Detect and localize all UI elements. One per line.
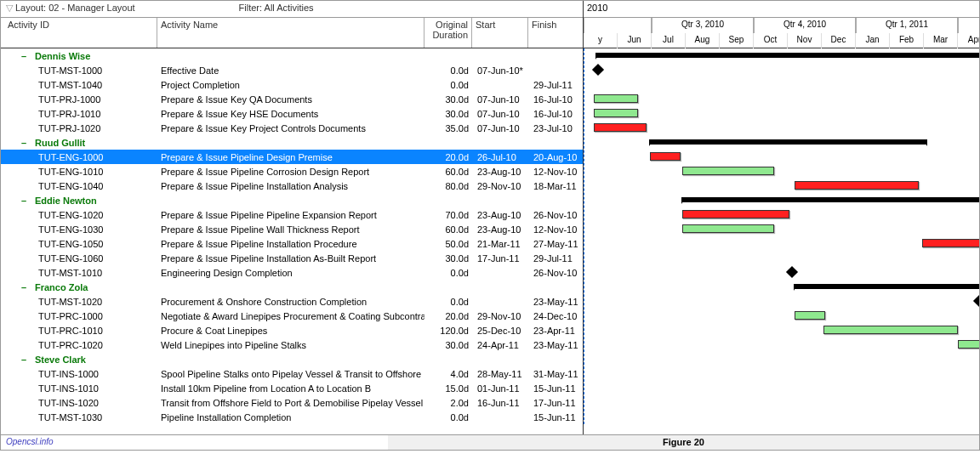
activity-row[interactable]: TUT-ENG-1050Prepare & Issue Pipeline Ins… (1, 236, 583, 251)
gantt-bar[interactable] (594, 123, 647, 132)
quarter-header: Qtr 3, 2010 (652, 18, 754, 33)
activity-row[interactable]: TUT-PRC-1000Negotiate & Award Linepipes … (1, 309, 583, 323)
month-header: Nov (788, 33, 822, 48)
gantt-bar[interactable] (594, 94, 638, 103)
col-header-id[interactable]: Activity ID (1, 18, 157, 48)
month-header: Apr (958, 33, 979, 48)
filter-label: Filter: All Activities (234, 1, 583, 17)
month-header: Oct (754, 33, 788, 48)
activity-row[interactable]: TUT-MST-1030Pipeline Installation Comple… (1, 410, 583, 424)
activity-row[interactable]: TUT-ENG-1040Prepare & Issue Pipeline Ins… (1, 179, 583, 193)
month-header: Jul (652, 33, 686, 48)
group-name: Eddie Newton (35, 196, 97, 206)
col-header-duration[interactable]: Original Duration (424, 18, 472, 48)
activity-row[interactable]: TUT-MST-1020Procurement & Onshore Constr… (1, 294, 583, 309)
summary-bar[interactable] (682, 197, 979, 202)
activity-row[interactable]: TUT-PRJ-1000Prepare & Issue Key QA Docum… (1, 92, 583, 106)
collapse-icon[interactable]: – (21, 282, 30, 292)
gantt-year: 2010 (584, 1, 979, 18)
collapse-icon[interactable]: – (21, 138, 30, 148)
month-header: y (584, 33, 618, 48)
collapse-icon[interactable]: – (21, 354, 30, 365)
gantt-bar[interactable] (682, 210, 789, 218)
group-name: Dennis Wise (35, 51, 90, 61)
activity-row[interactable]: TUT-ENG-1020Prepare & Issue Pipeline Pip… (1, 207, 583, 222)
summary-bar[interactable] (650, 139, 926, 145)
gantt-bar[interactable] (650, 152, 681, 161)
activity-row[interactable]: TUT-ENG-1010Prepare & Issue Pipeline Cor… (1, 164, 583, 179)
col-header-start[interactable]: Start (472, 18, 528, 48)
activity-row[interactable]: TUT-INS-1000Spool Pipeline Stalks onto P… (1, 366, 583, 381)
activity-row[interactable]: TUT-ENG-1030Prepare & Issue Pipeline Wal… (1, 222, 583, 236)
gantt-bar[interactable] (682, 167, 774, 175)
month-header: Jan (856, 33, 890, 48)
activity-row[interactable]: TUT-PRC-1010Procure & Coat Linepipes120.… (1, 323, 583, 337)
group-name: Franco Zola (35, 282, 88, 292)
activity-row[interactable]: TUT-PRJ-1020Prepare & Issue Key Project … (1, 121, 583, 135)
col-header-name[interactable]: Activity Name (157, 18, 424, 48)
group-row[interactable]: –Ruud Gullit (1, 135, 583, 150)
activity-row[interactable]: TUT-MST-1010Engineering Design Completio… (1, 265, 583, 280)
gantt-bar[interactable] (594, 109, 638, 117)
group-name: Ruud Gullit (35, 138, 85, 148)
milestone-marker[interactable] (592, 64, 604, 76)
gantt-bar[interactable] (795, 311, 825, 320)
month-header: Feb (890, 33, 924, 48)
summary-bar[interactable] (596, 53, 979, 58)
gantt-bar[interactable] (682, 224, 774, 233)
quarter-header: Qtr 2, 20 (958, 18, 979, 33)
col-header-finish[interactable]: Finish (528, 18, 581, 48)
group-row[interactable]: –Steve Clark (1, 352, 583, 366)
gantt-bar[interactable] (823, 326, 958, 334)
month-header: Aug (686, 33, 720, 48)
gantt-bar[interactable] (958, 340, 979, 349)
group-name: Steve Clark (35, 354, 86, 365)
activity-row[interactable]: TUT-PRJ-1010Prepare & Issue Key HSE Docu… (1, 106, 583, 121)
activity-row[interactable]: TUT-MST-1000Effective Date0.0d07-Jun-10* (1, 63, 583, 77)
milestone-marker[interactable] (786, 266, 798, 278)
figure-caption: Figure 20 (388, 435, 979, 450)
activity-row[interactable]: TUT-ENG-1000Prepare & Issue Pipeline Des… (1, 150, 583, 164)
activity-row[interactable]: TUT-ENG-1060Prepare & Issue Pipeline Ins… (1, 251, 583, 265)
collapse-icon[interactable]: – (21, 51, 30, 61)
layout-label: ▽Layout: 02 - Manager Layout (1, 1, 234, 17)
activity-row[interactable]: TUT-PRC-1020Weld Linepipes into Pipeline… (1, 337, 583, 352)
gantt-bar[interactable] (922, 239, 979, 247)
summary-bar[interactable] (795, 284, 979, 289)
quarter-header: Qtr 1, 2011 (856, 18, 958, 33)
activity-row[interactable]: TUT-MST-1040Project Completion0.0d29-Jul… (1, 77, 583, 92)
collapse-tri-icon[interactable]: ▽ (6, 3, 13, 13)
group-row[interactable]: –Dennis Wise (1, 48, 583, 63)
group-row[interactable]: –Eddie Newton (1, 193, 583, 207)
month-header: Mar (924, 33, 958, 48)
gantt-bar[interactable] (795, 181, 919, 190)
milestone-marker[interactable] (973, 295, 979, 307)
month-header: Dec (822, 33, 856, 48)
quarter-header: Qtr 4, 2010 (754, 18, 856, 33)
month-header: Sep (720, 33, 754, 48)
activity-row[interactable]: TUT-INS-1020Transit from Offshore Field … (1, 395, 583, 410)
month-header: Jun (618, 33, 652, 48)
collapse-icon[interactable]: – (21, 196, 30, 206)
group-row[interactable]: –Franco Zola (1, 280, 583, 294)
activity-row[interactable]: TUT-INS-1010Install 10km Pipeline from L… (1, 381, 583, 395)
